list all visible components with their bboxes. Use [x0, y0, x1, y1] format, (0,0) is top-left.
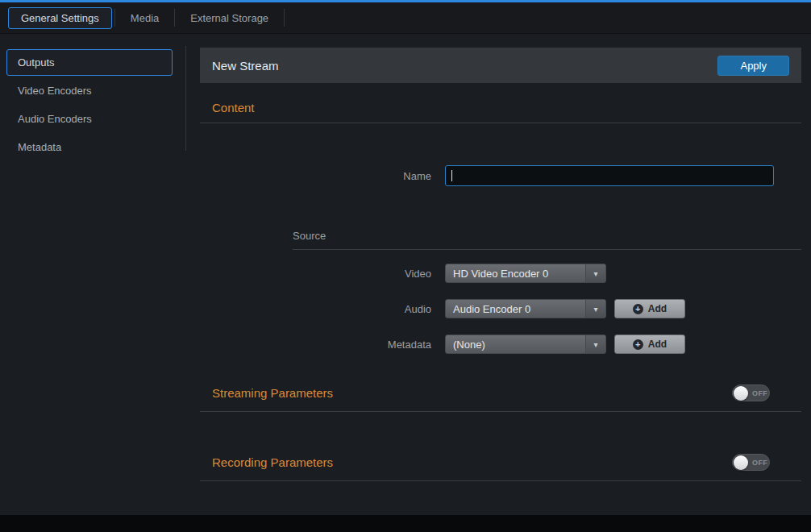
text-cursor [451, 170, 452, 181]
chevron-down-icon: ▾ [585, 264, 605, 282]
source-divider [293, 249, 801, 250]
streaming-parameters-row: Streaming Parameters OFF [200, 384, 801, 401]
audio-row: Audio Audio Encoder 0 ▾ + Add [200, 299, 801, 318]
tab-divider [174, 9, 175, 27]
video-label: Video [200, 268, 431, 280]
metadata-select[interactable]: (None) ▾ [445, 335, 606, 354]
page-body: Outputs Video Encoders Audio Encoders Me… [0, 34, 811, 481]
sidebar-item-outputs[interactable]: Outputs [6, 49, 173, 76]
metadata-select-value: (None) [453, 339, 485, 351]
audio-add-button[interactable]: + Add [614, 299, 685, 318]
footer-bar [0, 515, 811, 532]
tab-external-storage[interactable]: External Storage [177, 7, 281, 29]
toggle-knob [734, 386, 748, 401]
toggle-state-label: OFF [752, 459, 767, 467]
audio-add-label: Add [648, 303, 667, 314]
section-divider [200, 480, 801, 481]
section-divider [200, 411, 801, 412]
tab-general-settings[interactable]: General Settings [8, 7, 112, 29]
top-tab-bar: General Settings Media External Storage [0, 2, 811, 34]
chevron-down-icon: ▾ [585, 300, 605, 318]
streaming-parameters-toggle[interactable]: OFF [732, 384, 770, 401]
metadata-row: Metadata (None) ▾ + Add [200, 335, 801, 354]
metadata-add-button[interactable]: + Add [614, 335, 685, 354]
video-select-value: HD Video Encoder 0 [453, 268, 548, 280]
sidebar-item-metadata[interactable]: Metadata [6, 134, 173, 160]
chevron-down-icon: ▾ [585, 335, 605, 353]
audio-select[interactable]: Audio Encoder 0 ▾ [445, 299, 606, 318]
sidebar-item-video-encoders[interactable]: Video Encoders [6, 77, 173, 104]
content-section-title: Content [212, 101, 801, 114]
video-select[interactable]: HD Video Encoder 0 ▾ [445, 264, 606, 283]
toggle-state-label: OFF [752, 389, 767, 397]
recording-parameters-toggle[interactable]: OFF [732, 454, 770, 471]
toggle-knob [734, 455, 748, 470]
stream-header-bar: New Stream Apply [200, 48, 801, 83]
name-input-wrap [445, 165, 774, 186]
tab-divider [284, 9, 285, 27]
name-input[interactable] [445, 165, 774, 186]
sidebar: Outputs Video Encoders Audio Encoders Me… [0, 34, 186, 481]
source-subsection: Source [293, 230, 801, 250]
source-subsection-title: Source [293, 230, 801, 242]
recording-parameters-title: Recording Parameters [212, 455, 333, 469]
metadata-add-label: Add [648, 339, 667, 350]
audio-select-value: Audio Encoder 0 [453, 303, 530, 315]
plus-icon: + [633, 304, 643, 314]
section-divider [200, 123, 801, 123]
video-row: Video HD Video Encoder 0 ▾ [200, 264, 801, 283]
tab-media[interactable]: Media [118, 7, 172, 29]
tab-divider [114, 9, 115, 27]
sidebar-item-audio-encoders[interactable]: Audio Encoders [6, 106, 173, 132]
page-title: New Stream [212, 59, 279, 73]
streaming-parameters-title: Streaming Parameters [212, 386, 333, 400]
metadata-label: Metadata [200, 339, 431, 351]
recording-parameters-row: Recording Parameters OFF [200, 454, 801, 471]
audio-label: Audio [200, 303, 431, 315]
main-content: New Stream Apply Content Name Source Vid… [200, 34, 801, 481]
name-label: Name [200, 170, 431, 182]
apply-button[interactable]: Apply [717, 56, 789, 76]
plus-icon: + [633, 339, 643, 350]
name-row: Name [200, 165, 801, 186]
